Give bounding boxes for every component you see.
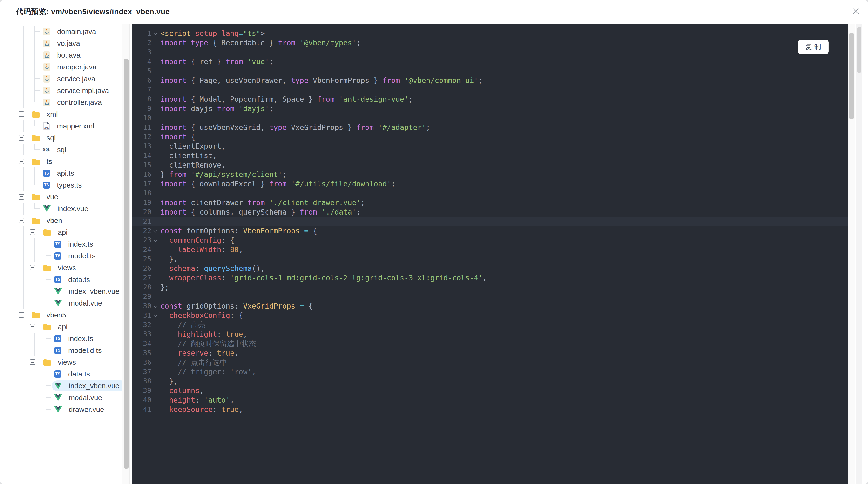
code-line-2: 2import type { Recordable } from '@vben/… [132, 38, 848, 47]
tree-item-content[interactable]: bo.java [40, 50, 87, 61]
tree-item-content[interactable]: XMLmapper.xml [40, 121, 101, 131]
tree-item-service.java[interactable]: service.java [0, 73, 122, 85]
tree-item-api[interactable]: api [0, 321, 122, 333]
fold-toggle-icon[interactable] [151, 226, 160, 235]
tree-item-index.vue[interactable]: index.vue [0, 203, 122, 215]
tree-item-content[interactable]: views [40, 262, 83, 273]
tree-item-drawer.vue[interactable]: drawer.vue [0, 404, 122, 415]
collapse-toggle-icon[interactable] [30, 359, 35, 365]
tree-item-content[interactable]: vo.java [40, 38, 87, 49]
collapse-toggle-icon[interactable] [30, 265, 35, 270]
tree-item-modal.vue[interactable]: modal.vue [0, 297, 122, 309]
tree-item-content[interactable]: modal.vue [52, 298, 109, 309]
collapse-toggle-icon[interactable] [30, 229, 35, 235]
tree-item-content[interactable]: vben5 [29, 310, 73, 320]
collapse-toggle-icon[interactable] [19, 135, 24, 140]
tree-item-api[interactable]: api [0, 226, 122, 238]
tree-item-content[interactable]: service.java [40, 73, 102, 84]
tree-item-content[interactable]: index.vue [40, 203, 95, 214]
tree-item-types.ts[interactable]: TStypes.ts [0, 179, 122, 191]
tree-item-content[interactable]: domain.java [40, 26, 103, 37]
tree-item-content[interactable]: drawer.vue [52, 404, 111, 415]
tree-item-vue[interactable]: vue [0, 191, 122, 203]
tree-item-content[interactable]: index_vben.vue [52, 380, 122, 391]
tree-item-index.ts[interactable]: TSindex.ts [0, 333, 122, 345]
tree-item-content[interactable]: SQLsql [40, 144, 73, 155]
tree-item-vben5[interactable]: vben5 [0, 309, 122, 321]
tree-item-bo.java[interactable]: bo.java [0, 49, 122, 61]
tree-item-content[interactable]: xml [29, 109, 65, 120]
tree-item-content[interactable]: api [40, 321, 74, 332]
code-line-1: 1<script setup lang="ts"> [132, 29, 848, 38]
tree-item-ts[interactable]: ts [0, 156, 122, 167]
tree-item-model.ts[interactable]: TSmodel.ts [0, 250, 122, 262]
tree-item-content[interactable]: TSmodel.ts [52, 251, 102, 261]
tree-item-sql[interactable]: sql [0, 132, 122, 144]
tree-item-api.ts[interactable]: TSapi.ts [0, 167, 122, 179]
tree-item-vben[interactable]: vben [0, 215, 122, 226]
tree-item-mapper.xml[interactable]: XMLmapper.xml [0, 120, 122, 132]
code-scrollbar-thumb[interactable] [849, 33, 854, 119]
tree-item-content[interactable]: modal.vue [52, 392, 109, 403]
tree-item-modal.vue[interactable]: modal.vue [0, 392, 122, 404]
collapse-toggle-icon[interactable] [30, 324, 35, 329]
file-tree-scrollbar-thumb[interactable] [124, 59, 129, 469]
tree-item-content[interactable]: TSapi.ts [40, 168, 81, 179]
tree-item-controller.java[interactable]: controller.java [0, 96, 122, 108]
tree-item-data.ts[interactable]: TSdata.ts [0, 273, 122, 285]
ts-icon: TS [54, 370, 61, 378]
tree-item-content[interactable]: controller.java [40, 97, 108, 108]
line-number: 36 [132, 358, 151, 367]
tree-item-mapper.java[interactable]: mapper.java [0, 61, 122, 73]
close-button[interactable] [850, 5, 862, 18]
tree-item-content[interactable]: TSdata.ts [52, 274, 97, 285]
fold-toggle-icon[interactable] [151, 311, 160, 320]
tree-item-content[interactable]: serviceImpl.java [40, 85, 116, 96]
tree-item-domain.java[interactable]: domain.java [0, 26, 122, 37]
code-line-32: 32 // 高亮 [132, 320, 848, 329]
tree-item-vo.java[interactable]: vo.java [0, 37, 122, 49]
tree-item-content[interactable]: TStypes.ts [40, 180, 89, 190]
code-line-39: 39 columns, [132, 386, 848, 395]
tree-item-content[interactable]: views [40, 357, 83, 367]
tree-item-content[interactable]: mapper.java [40, 61, 103, 72]
tree-item-index.ts[interactable]: TSindex.ts [0, 238, 122, 250]
tree-item-content[interactable]: ts [29, 156, 59, 167]
fold-toggle-icon[interactable] [151, 301, 160, 311]
tree-item-data.ts[interactable]: TSdata.ts [0, 368, 122, 380]
tree-item-index_vben.vue[interactable]: index_vben.vue [0, 380, 122, 392]
tree-item-content[interactable]: vben [29, 215, 69, 226]
code-line-26: 26 schema: querySchema(), [132, 264, 848, 273]
code-text: }; [160, 283, 169, 292]
tree-item-content[interactable]: sql [29, 132, 62, 143]
code-editor[interactable]: 1<script setup lang="ts">2import type { … [132, 24, 848, 484]
copy-button[interactable]: 复 制 [798, 39, 829, 54]
tree-item-content[interactable]: TSindex.ts [52, 333, 100, 344]
collapse-toggle-icon[interactable] [19, 194, 24, 200]
file-tree-scrollbar[interactable] [122, 24, 130, 484]
tree-item-content[interactable]: vue [29, 191, 65, 202]
tree-item-views[interactable]: views [0, 262, 122, 273]
tree-item-model.d.ts[interactable]: TSmodel.d.ts [0, 345, 122, 356]
collapse-toggle-icon[interactable] [19, 312, 24, 318]
dialog-scrollbar[interactable] [857, 24, 862, 484]
tree-item-content[interactable]: TSdata.ts [52, 368, 97, 379]
collapse-toggle-icon[interactable] [19, 111, 24, 117]
tree-item-xml[interactable]: xml [0, 108, 122, 120]
tree-item-content[interactable]: TSmodel.d.ts [52, 345, 108, 356]
tree-item-sql[interactable]: SQLsql [0, 144, 122, 156]
tree-item-index_vben.vue[interactable]: index_vben.vue [0, 285, 122, 297]
code-scrollbar[interactable] [848, 24, 855, 484]
tree-item-serviceImpl.java[interactable]: serviceImpl.java [0, 85, 122, 96]
collapse-toggle-icon[interactable] [19, 218, 24, 223]
tree-item-content[interactable]: TSindex.ts [52, 238, 100, 250]
fold-toggle-icon[interactable] [151, 235, 160, 245]
fold-toggle-icon[interactable] [151, 29, 160, 38]
tree-item-content[interactable]: api [40, 227, 74, 238]
file-tree: domain.javavo.javabo.javamapper.javaserv… [0, 24, 122, 484]
folder-icon [32, 158, 40, 165]
collapse-toggle-icon[interactable] [19, 159, 24, 164]
tree-item-content[interactable]: index_vben.vue [52, 286, 122, 297]
tree-item-views[interactable]: views [0, 356, 122, 368]
dialog-scrollbar-thumb[interactable] [857, 27, 862, 73]
